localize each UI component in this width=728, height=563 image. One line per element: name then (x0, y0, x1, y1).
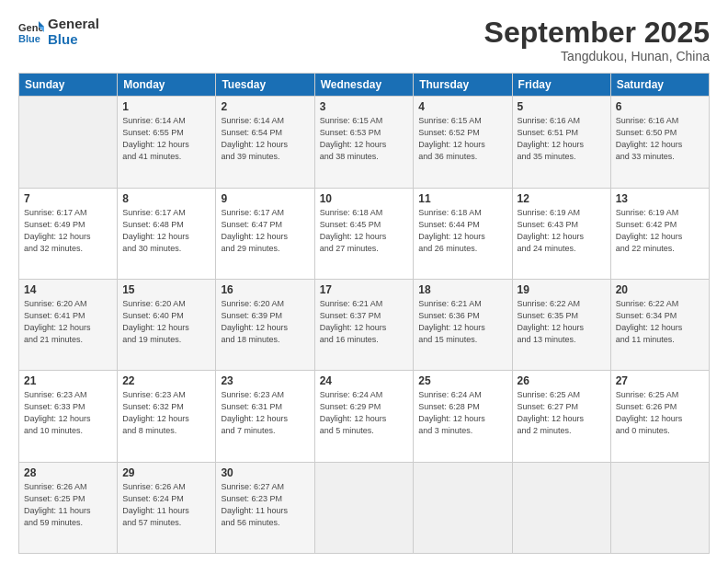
day-number: 14 (24, 283, 112, 296)
calendar-cell: 22Sunrise: 6:23 AM Sunset: 6:32 PM Dayli… (118, 371, 216, 462)
day-number: 3 (320, 100, 409, 113)
day-number: 7 (24, 192, 112, 205)
day-info: Sunrise: 6:17 AM Sunset: 6:49 PM Dayligh… (24, 207, 112, 255)
day-number: 8 (122, 192, 210, 205)
day-number: 12 (518, 192, 606, 205)
header: General Blue General Blue September 2025… (18, 17, 710, 63)
day-info: Sunrise: 6:16 AM Sunset: 6:51 PM Dayligh… (518, 115, 606, 163)
day-number: 30 (221, 466, 309, 479)
logo: General Blue General Blue (18, 17, 99, 47)
week-row-1: 1Sunrise: 6:14 AM Sunset: 6:55 PM Daylig… (19, 97, 710, 188)
logo-blue: Blue (48, 32, 99, 48)
calendar-cell: 24Sunrise: 6:24 AM Sunset: 6:29 PM Dayli… (314, 371, 414, 462)
calendar-cell: 23Sunrise: 6:23 AM Sunset: 6:31 PM Dayli… (216, 371, 314, 462)
calendar-cell: 30Sunrise: 6:27 AM Sunset: 6:23 PM Dayli… (216, 462, 314, 553)
day-info: Sunrise: 6:14 AM Sunset: 6:55 PM Dayligh… (122, 115, 210, 163)
day-number: 4 (418, 100, 506, 113)
day-info: Sunrise: 6:25 AM Sunset: 6:27 PM Dayligh… (518, 389, 606, 437)
day-info: Sunrise: 6:23 AM Sunset: 6:31 PM Dayligh… (221, 389, 309, 437)
calendar-cell: 25Sunrise: 6:24 AM Sunset: 6:28 PM Dayli… (414, 371, 512, 462)
day-info: Sunrise: 6:15 AM Sunset: 6:53 PM Dayligh… (320, 115, 409, 163)
day-info: Sunrise: 6:19 AM Sunset: 6:42 PM Dayligh… (616, 207, 704, 255)
col-header-sunday: Sunday (19, 74, 118, 97)
calendar-cell: 4Sunrise: 6:15 AM Sunset: 6:52 PM Daylig… (414, 97, 512, 188)
day-info: Sunrise: 6:24 AM Sunset: 6:28 PM Dayligh… (418, 389, 506, 437)
calendar-cell: 13Sunrise: 6:19 AM Sunset: 6:42 PM Dayli… (610, 188, 709, 279)
day-info: Sunrise: 6:24 AM Sunset: 6:29 PM Dayligh… (320, 389, 409, 437)
header-row: SundayMondayTuesdayWednesdayThursdayFrid… (19, 74, 710, 97)
day-number: 28 (24, 466, 112, 479)
day-number: 6 (616, 100, 704, 113)
day-number: 26 (518, 374, 606, 387)
calendar-cell (414, 462, 512, 553)
day-info: Sunrise: 6:17 AM Sunset: 6:48 PM Dayligh… (122, 207, 210, 255)
day-number: 11 (418, 192, 506, 205)
calendar-cell: 5Sunrise: 6:16 AM Sunset: 6:51 PM Daylig… (512, 97, 610, 188)
calendar-table: SundayMondayTuesdayWednesdayThursdayFrid… (18, 73, 710, 554)
day-info: Sunrise: 6:25 AM Sunset: 6:26 PM Dayligh… (616, 389, 704, 437)
week-row-4: 21Sunrise: 6:23 AM Sunset: 6:33 PM Dayli… (19, 371, 710, 462)
day-number: 16 (221, 283, 309, 296)
calendar-cell: 14Sunrise: 6:20 AM Sunset: 6:41 PM Dayli… (19, 279, 118, 370)
title-block: September 2025 Tangdukou, Hunan, China (484, 17, 710, 63)
col-header-thursday: Thursday (414, 74, 512, 97)
day-info: Sunrise: 6:26 AM Sunset: 6:24 PM Dayligh… (122, 481, 210, 529)
day-info: Sunrise: 6:16 AM Sunset: 6:50 PM Dayligh… (616, 115, 704, 163)
day-number: 25 (418, 374, 506, 387)
logo-icon: General Blue (18, 19, 44, 45)
day-info: Sunrise: 6:22 AM Sunset: 6:34 PM Dayligh… (616, 298, 704, 346)
day-info: Sunrise: 6:22 AM Sunset: 6:35 PM Dayligh… (518, 298, 606, 346)
calendar-cell: 2Sunrise: 6:14 AM Sunset: 6:54 PM Daylig… (216, 97, 314, 188)
calendar-cell: 16Sunrise: 6:20 AM Sunset: 6:39 PM Dayli… (216, 279, 314, 370)
location-subtitle: Tangdukou, Hunan, China (484, 49, 710, 63)
day-info: Sunrise: 6:18 AM Sunset: 6:44 PM Dayligh… (418, 207, 506, 255)
day-number: 13 (616, 192, 704, 205)
day-info: Sunrise: 6:20 AM Sunset: 6:39 PM Dayligh… (221, 298, 309, 346)
calendar-cell: 26Sunrise: 6:25 AM Sunset: 6:27 PM Dayli… (512, 371, 610, 462)
calendar-cell: 7Sunrise: 6:17 AM Sunset: 6:49 PM Daylig… (19, 188, 118, 279)
calendar-cell (610, 462, 709, 553)
day-info: Sunrise: 6:21 AM Sunset: 6:37 PM Dayligh… (320, 298, 409, 346)
calendar-cell: 15Sunrise: 6:20 AM Sunset: 6:40 PM Dayli… (118, 279, 216, 370)
calendar-cell: 11Sunrise: 6:18 AM Sunset: 6:44 PM Dayli… (414, 188, 512, 279)
day-info: Sunrise: 6:18 AM Sunset: 6:45 PM Dayligh… (320, 207, 409, 255)
logo-general: General (48, 17, 99, 32)
day-number: 24 (320, 374, 409, 387)
calendar-cell: 19Sunrise: 6:22 AM Sunset: 6:35 PM Dayli… (512, 279, 610, 370)
calendar-cell (19, 97, 118, 188)
day-number: 15 (122, 283, 210, 296)
day-number: 17 (320, 283, 409, 296)
day-number: 23 (221, 374, 309, 387)
day-info: Sunrise: 6:20 AM Sunset: 6:41 PM Dayligh… (24, 298, 112, 346)
day-number: 2 (221, 100, 309, 113)
week-row-2: 7Sunrise: 6:17 AM Sunset: 6:49 PM Daylig… (19, 188, 710, 279)
day-info: Sunrise: 6:20 AM Sunset: 6:40 PM Dayligh… (122, 298, 210, 346)
day-info: Sunrise: 6:23 AM Sunset: 6:33 PM Dayligh… (24, 389, 112, 437)
day-number: 21 (24, 374, 112, 387)
col-header-saturday: Saturday (610, 74, 709, 97)
calendar-cell: 9Sunrise: 6:17 AM Sunset: 6:47 PM Daylig… (216, 188, 314, 279)
day-number: 9 (221, 192, 309, 205)
col-header-friday: Friday (512, 74, 610, 97)
day-info: Sunrise: 6:23 AM Sunset: 6:32 PM Dayligh… (122, 389, 210, 437)
col-header-wednesday: Wednesday (314, 74, 414, 97)
day-info: Sunrise: 6:14 AM Sunset: 6:54 PM Dayligh… (221, 115, 309, 163)
calendar-cell: 18Sunrise: 6:21 AM Sunset: 6:36 PM Dayli… (414, 279, 512, 370)
day-info: Sunrise: 6:26 AM Sunset: 6:25 PM Dayligh… (24, 481, 112, 529)
svg-text:Blue: Blue (18, 33, 40, 44)
day-number: 18 (418, 283, 506, 296)
day-number: 10 (320, 192, 409, 205)
day-number: 20 (616, 283, 704, 296)
day-number: 1 (122, 100, 210, 113)
calendar-cell: 17Sunrise: 6:21 AM Sunset: 6:37 PM Dayli… (314, 279, 414, 370)
day-number: 27 (616, 374, 704, 387)
day-number: 22 (122, 374, 210, 387)
week-row-3: 14Sunrise: 6:20 AM Sunset: 6:41 PM Dayli… (19, 279, 710, 370)
day-number: 29 (122, 466, 210, 479)
calendar-cell: 8Sunrise: 6:17 AM Sunset: 6:48 PM Daylig… (118, 188, 216, 279)
day-info: Sunrise: 6:27 AM Sunset: 6:23 PM Dayligh… (221, 481, 309, 529)
calendar-cell: 10Sunrise: 6:18 AM Sunset: 6:45 PM Dayli… (314, 188, 414, 279)
calendar-cell: 12Sunrise: 6:19 AM Sunset: 6:43 PM Dayli… (512, 188, 610, 279)
calendar-cell: 6Sunrise: 6:16 AM Sunset: 6:50 PM Daylig… (610, 97, 709, 188)
day-info: Sunrise: 6:21 AM Sunset: 6:36 PM Dayligh… (418, 298, 506, 346)
